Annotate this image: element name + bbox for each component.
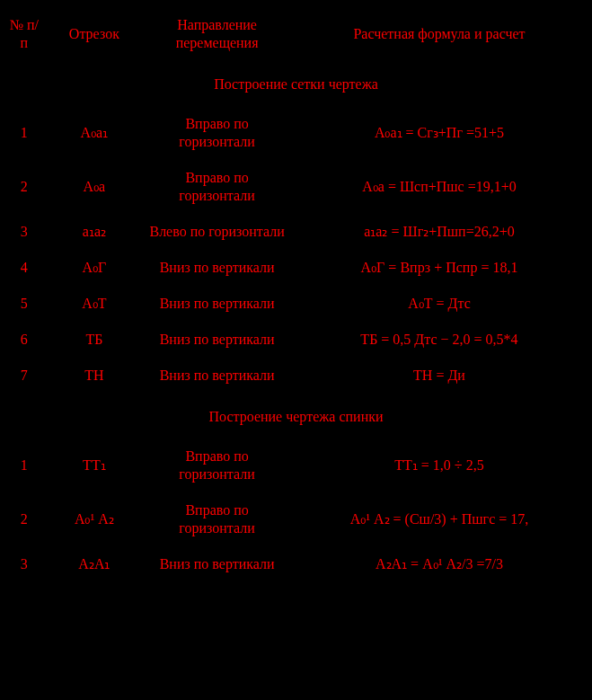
header-row: № п/п Отрезок Направление перемещения Ра…	[4, 7, 588, 61]
table-row: 6 ТБ Вниз по вертикали ТБ = 0,5 Дтс − 2,…	[4, 322, 588, 358]
cell-dir: Влево по горизонтали	[144, 214, 290, 250]
cell-form: А₀а = Шсп+Пшс =19,1+0	[290, 160, 588, 214]
col-header-form: Расчетная формула и расчет	[290, 7, 588, 61]
cell-num: 7	[4, 358, 45, 394]
cell-num: 2	[4, 492, 45, 546]
section-net: Построение сетки чертежа	[4, 61, 588, 106]
cell-dir: Вниз по вертикали	[144, 250, 290, 286]
construction-table: № п/п Отрезок Направление перемещения Ра…	[4, 7, 588, 582]
cell-num: 1	[4, 439, 45, 492]
cell-seg: А₀¹ А₂	[45, 492, 145, 546]
col-header-dir: Направление перемещения	[144, 7, 290, 61]
cell-dir: Вниз по вертикали	[144, 322, 290, 358]
cell-num: 5	[4, 286, 45, 322]
col-header-segment: Отрезок	[45, 7, 145, 61]
cell-seg: А₂А₁	[45, 546, 145, 582]
cell-seg: ТБ	[45, 322, 145, 358]
cell-seg: ТТ₁	[45, 439, 145, 492]
cell-seg: а₁а₂	[45, 214, 145, 250]
cell-dir: Вправо по горизонтали	[144, 492, 290, 546]
cell-num: 3	[4, 214, 45, 250]
cell-form: А₀Т = Дтс	[290, 286, 588, 322]
cell-seg: А₀Т	[45, 286, 145, 322]
table-row: 5 А₀Т Вниз по вертикали А₀Т = Дтс	[4, 286, 588, 322]
table-row: 4 А₀Г Вниз по вертикали А₀Г = Впрз + Псп…	[4, 250, 588, 286]
cell-num: 3	[4, 546, 45, 582]
col-header-num: № п/п	[4, 7, 45, 61]
cell-num: 1	[4, 106, 45, 160]
cell-seg: ТН	[45, 358, 145, 394]
cell-form: А₂А₁ = А₀¹ А₂/3 =7/3	[290, 546, 588, 582]
section-back-title: Построение чертежа спинки	[4, 394, 588, 439]
cell-num: 2	[4, 160, 45, 214]
cell-form: а₁а₂ = Шг₂+Пшп=26,2+0	[290, 214, 588, 250]
cell-form: А₀а₁ = Сг₃+Пг =51+5	[290, 106, 588, 160]
cell-dir: Вправо по горизонтали	[144, 106, 290, 160]
table-row: 3 а₁а₂ Влево по горизонтали а₁а₂ = Шг₂+П…	[4, 214, 588, 250]
cell-form: ТТ₁ = 1,0 ÷ 2,5	[290, 439, 588, 492]
cell-form: А₀Г = Впрз + Пспр = 18,1	[290, 250, 588, 286]
cell-num: 6	[4, 322, 45, 358]
cell-dir: Вниз по вертикали	[144, 358, 290, 394]
cell-dir: Вниз по вертикали	[144, 286, 290, 322]
cell-dir: Вниз по вертикали	[144, 546, 290, 582]
cell-seg: А₀а₁	[45, 106, 145, 160]
cell-dir: Вправо по горизонтали	[144, 439, 290, 492]
section-back: Построение чертежа спинки	[4, 394, 588, 439]
table-row: 1 ТТ₁ Вправо по горизонтали ТТ₁ = 1,0 ÷ …	[4, 439, 588, 492]
table-row: 7 ТН Вниз по вертикали ТН = Ди	[4, 358, 588, 394]
cell-form: ТБ = 0,5 Дтс − 2,0 = 0,5*4	[290, 322, 588, 358]
table-row: 1 А₀а₁ Вправо по горизонтали А₀а₁ = Сг₃+…	[4, 106, 588, 160]
cell-dir: Вправо по горизонтали	[144, 160, 290, 214]
table-row: 2 А₀а Вправо по горизонтали А₀а = Шсп+Пш…	[4, 160, 588, 214]
cell-seg: А₀а	[45, 160, 145, 214]
cell-form: А₀¹ А₂ = (Сш/3) + Пшгс = 17,	[290, 492, 588, 546]
table-row: 3 А₂А₁ Вниз по вертикали А₂А₁ = А₀¹ А₂/3…	[4, 546, 588, 582]
section-net-title: Построение сетки чертежа	[4, 61, 588, 106]
table-row: 2 А₀¹ А₂ Вправо по горизонтали А₀¹ А₂ = …	[4, 492, 588, 546]
cell-seg: А₀Г	[45, 250, 145, 286]
cell-num: 4	[4, 250, 45, 286]
cell-form: ТН = Ди	[290, 358, 588, 394]
